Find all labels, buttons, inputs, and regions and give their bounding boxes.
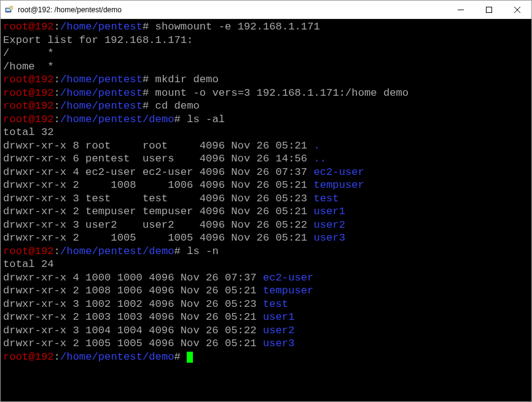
terminal-output[interactable]: root@192:/home/pentest# showmount -e 192…: [1, 19, 531, 401]
minimize-button[interactable]: [447, 1, 475, 18]
cursor: [187, 352, 193, 363]
app-window: root@192: /home/pentest/demo root@192:/h…: [0, 0, 532, 402]
putty-icon: [4, 5, 14, 15]
close-button[interactable]: [503, 1, 531, 18]
svg-rect-6: [487, 7, 492, 12]
window-title: root@192: /home/pentest/demo: [18, 6, 447, 14]
window-controls: [447, 1, 531, 18]
maximize-button[interactable]: [475, 1, 503, 18]
titlebar: root@192: /home/pentest/demo: [1, 1, 531, 19]
